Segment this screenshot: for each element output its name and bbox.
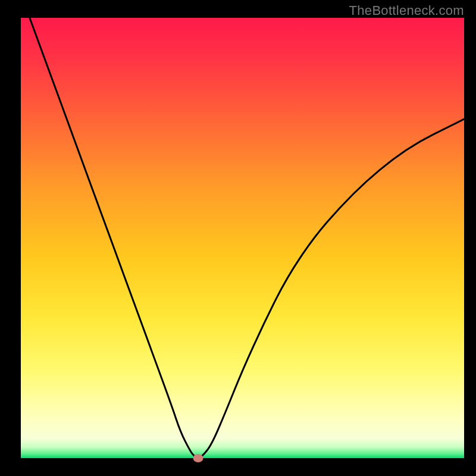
chart-container: TheBottleneck.com bbox=[0, 0, 476, 476]
plot-area bbox=[21, 18, 464, 458]
optimal-point-marker bbox=[193, 454, 203, 462]
svg-rect-0 bbox=[21, 18, 464, 458]
watermark-text: TheBottleneck.com bbox=[349, 3, 464, 18]
gradient-background bbox=[21, 18, 464, 458]
